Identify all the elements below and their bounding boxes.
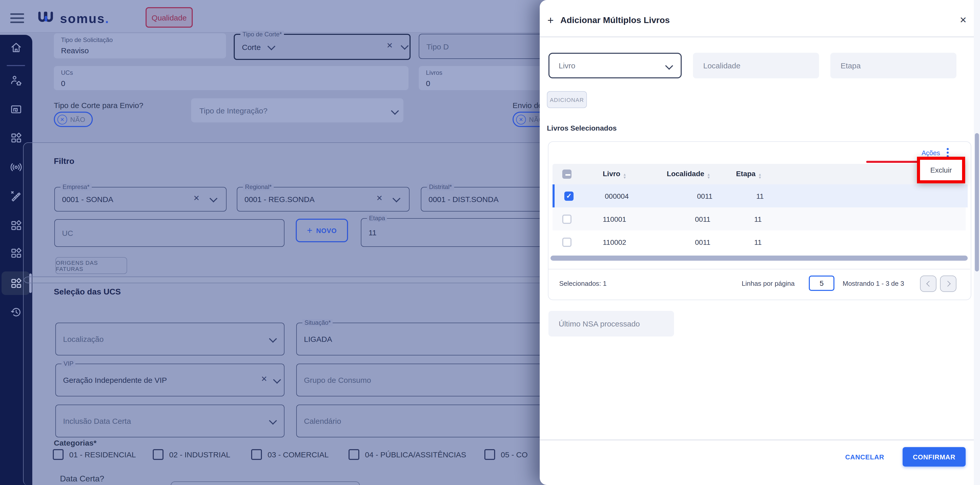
sort-icon: ▲▼: [623, 173, 626, 179]
row-checkbox[interactable]: [562, 214, 571, 223]
previous-page-button[interactable]: [920, 276, 936, 292]
annotation-arrow-line: [866, 161, 918, 163]
annotation-highlight-box: Excluir: [917, 157, 965, 183]
acoes-menu-trigger[interactable]: Ações: [921, 148, 949, 157]
column-header-livro[interactable]: Livro▲▼: [603, 169, 664, 179]
novo-button[interactable]: + NOVO: [296, 219, 348, 242]
data-certa-label: Data Certa?: [60, 474, 104, 483]
selecao-ucs-title: Seleção das UCS: [54, 287, 121, 296]
sort-icon: ▲▼: [707, 173, 710, 179]
environment-badge[interactable]: Qualidade: [146, 7, 193, 28]
ultimo-nsa-input[interactable]: Último NSA processado: [549, 311, 674, 336]
clear-icon[interactable]: ✕: [376, 193, 383, 203]
corte-envio-toggle[interactable]: ✕ NÃO: [54, 112, 92, 127]
categoria-label: 03 - COMERCIAL: [267, 450, 329, 459]
table-row[interactable]: 110002 0011 11: [552, 230, 966, 254]
regional-select[interactable]: Regional* 0001 - REG.SONDA ✕: [237, 187, 409, 211]
plus-icon: +: [307, 225, 313, 236]
rows-per-page-input[interactable]: 5: [809, 276, 834, 291]
circle-x-icon: ✕: [516, 114, 526, 124]
menu-icon[interactable]: [10, 13, 24, 23]
ucs-field[interactable]: UCs 0: [54, 66, 409, 90]
chevron-down-icon: [273, 376, 281, 384]
circle-x-icon: ✕: [57, 114, 67, 124]
sort-icon: ▲▼: [758, 173, 762, 179]
excluir-menu-item[interactable]: Excluir: [930, 166, 952, 174]
categoria-label: 01 - RESIDENCIAL: [69, 450, 136, 459]
billing-card-icon[interactable]: [0, 98, 32, 120]
categoria-checkbox-residencial[interactable]: [53, 449, 64, 460]
close-icon[interactable]: ✕: [959, 15, 967, 25]
rows-per-page-label: Linhas por página: [742, 280, 795, 287]
vip-select[interactable]: VIP Geração Independente de VIP ✕: [56, 364, 285, 396]
inclusao-data-certa-select[interactable]: Inclusão Data Certa: [56, 404, 285, 437]
adicionar-button[interactable]: ADICIONAR: [547, 91, 587, 108]
categoria-checkbox-comercial[interactable]: [251, 449, 262, 460]
chevron-down-icon: [209, 194, 217, 202]
users-icon[interactable]: [0, 69, 32, 92]
uc-input[interactable]: UC: [54, 219, 285, 247]
chevron-down-icon: [665, 62, 673, 70]
row-checkbox-checked[interactable]: ✓: [564, 191, 574, 201]
select-all-checkbox[interactable]: [562, 170, 571, 179]
localizacao-select[interactable]: Localização: [56, 323, 285, 355]
tipo-solicitacao-select[interactable]: Tipo de Solicitação Reaviso: [54, 33, 226, 59]
empresa-select[interactable]: Empresa* 0001 - SONDA ✕: [54, 187, 226, 211]
table-row[interactable]: 110001 0011 11: [552, 208, 966, 230]
chevron-down-icon: [269, 417, 277, 425]
showing-range-label: Mostrando 1 - 3 de 3: [843, 280, 904, 287]
envio-question: Envio de: [512, 101, 542, 109]
modal-scrollbar-thumb[interactable]: [975, 133, 979, 271]
categoria-checkbox-industrial[interactable]: [153, 449, 164, 460]
localidade-input[interactable]: Localidade: [693, 53, 819, 78]
tipo-integracao-select[interactable]: Tipo de Integração?: [191, 98, 403, 122]
tipo-corte-select[interactable]: Tipo de Corte* Corte ✕: [234, 34, 410, 60]
horizontal-scrollbar[interactable]: [550, 255, 968, 261]
app-root: somus. Qualidade: [0, 0, 980, 485]
chevron-down-icon: [401, 42, 409, 50]
column-header-localidade[interactable]: Localidade▲▼: [664, 169, 710, 179]
confirmar-button[interactable]: CONFIRMAR: [903, 447, 966, 466]
table-footer-divider: [548, 269, 970, 269]
column-header-etapa[interactable]: Etapa▲▼: [710, 169, 762, 179]
table-header-row: Livro▲▼ Localidade▲▼ Etapa▲▼: [552, 164, 966, 184]
clear-icon[interactable]: ✕: [261, 374, 267, 384]
categoria-label: 05 - CO: [501, 450, 528, 459]
livros-selecionados-label: Livros Selecionados: [547, 124, 617, 132]
chevron-right-icon: [945, 281, 951, 287]
chevron-left-icon: [926, 281, 932, 287]
brand-name: somus.: [60, 12, 110, 25]
categoria-label: 02 - INDUSTRIAL: [169, 450, 230, 459]
modal-header-divider: [540, 36, 974, 37]
categoria-label: 04 - PÚBLICA/ASSITÊNCIAS: [365, 450, 466, 459]
chevron-down-icon: [391, 107, 399, 115]
home-icon[interactable]: [0, 36, 32, 59]
app-logo: somus.: [37, 11, 110, 25]
origens-faturas-button[interactable]: ORIGENS DAS FATURAS: [56, 257, 127, 274]
categoria-checkbox-5[interactable]: [484, 449, 495, 460]
clear-icon[interactable]: ✕: [193, 193, 200, 203]
cancelar-button[interactable]: CANCELAR: [845, 453, 884, 461]
categoria-checkbox-publica[interactable]: [348, 449, 359, 460]
sidebar-divider: [7, 65, 25, 66]
data-certa-input[interactable]: [171, 482, 360, 485]
next-page-button[interactable]: [940, 276, 956, 292]
logo-mark-icon: [37, 11, 56, 25]
clear-icon[interactable]: ✕: [387, 41, 393, 50]
chevron-down-icon: [269, 335, 277, 342]
corte-envio-question: Tipo de Corte para Envio?: [54, 101, 143, 109]
selected-count: Selecionados: 1: [559, 280, 607, 287]
modal-title: Adicionar Múltiplos Livros: [560, 15, 670, 25]
table-row[interactable]: ✓ 000004 0011 11: [552, 184, 968, 208]
livro-select[interactable]: Livro: [549, 53, 682, 78]
filtro-title: Filtro: [54, 157, 74, 166]
plus-icon: +: [547, 14, 554, 27]
row-checkbox[interactable]: [562, 238, 571, 247]
modal-footer-divider: [540, 439, 974, 440]
categorias-label: Categorias*: [54, 438, 97, 447]
chevron-down-icon: [392, 194, 400, 202]
modal-header: + Adicionar Múltiplos Livros: [547, 14, 670, 27]
kebab-icon: [947, 148, 949, 157]
etapa-input[interactable]: Etapa: [830, 53, 956, 78]
